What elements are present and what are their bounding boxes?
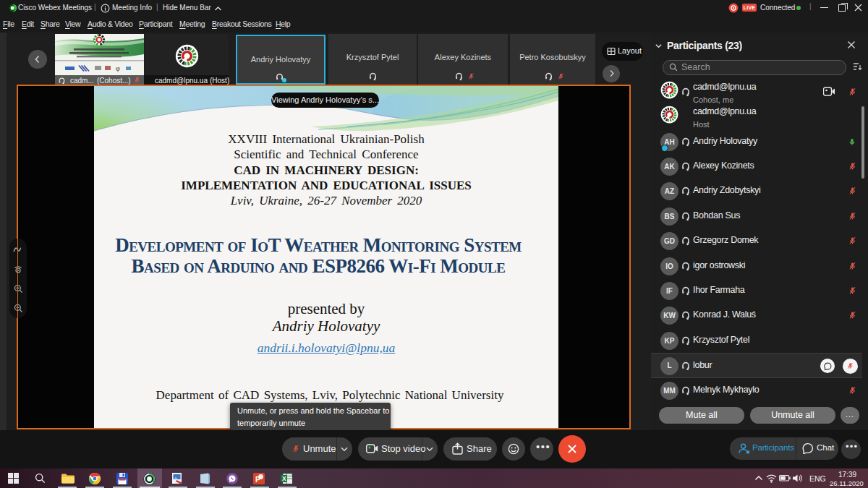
svg-text:X: X bbox=[282, 475, 286, 482]
svg-text:P: P bbox=[255, 476, 260, 484]
